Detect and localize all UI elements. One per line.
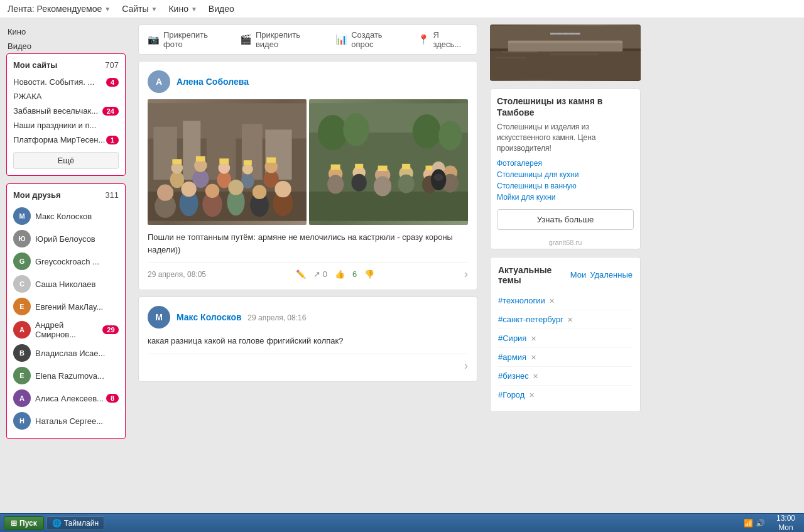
- friend-badge-5: 29: [102, 325, 119, 334]
- topic-remove-3[interactable]: ✕: [531, 354, 536, 361]
- post-footer-2: ›: [148, 354, 468, 372]
- friend-row-8[interactable]: А Алиса Алексеев... 8: [13, 387, 119, 410]
- site-badge-4: 1: [106, 136, 119, 144]
- svg-point-54: [351, 174, 366, 192]
- friend-row-9[interactable]: Н Наталья Сергее...: [13, 410, 119, 432]
- post-dislike-btn-1[interactable]: 👎: [364, 269, 374, 279]
- friend-info-3: С Саша Николаев: [13, 275, 95, 293]
- topic-remove-2[interactable]: ✕: [531, 335, 536, 342]
- svg-rect-19: [219, 158, 229, 163]
- topic-remove-5[interactable]: ✕: [529, 391, 535, 399]
- friend-info-0: М Макс Колосков: [13, 207, 92, 225]
- svg-point-35: [228, 180, 243, 195]
- ad-link-2[interactable]: Столешницы в ванную: [497, 182, 634, 190]
- site-item-3[interactable]: Наши праздники и п...: [13, 118, 119, 133]
- nav-video-label: Видео: [209, 4, 234, 14]
- create-poll-label: Создать опрос: [351, 30, 405, 49]
- topics-list: #технологии ✕#санкт-петербург ✕#Сирия ✕#…: [498, 291, 633, 404]
- sidebar-video-link[interactable]: Видео: [6, 39, 126, 53]
- svg-rect-61: [402, 164, 410, 169]
- topic-tag-4[interactable]: #бизнес ✕: [498, 369, 633, 383]
- my-sites-count: 707: [105, 60, 119, 70]
- ad-block: Столешницы из камня в Тамбове Столешницы…: [490, 89, 641, 249]
- topic-tag-3[interactable]: #армия ✕: [498, 350, 633, 364]
- friend-row-3[interactable]: С Саша Николаев: [13, 273, 119, 295]
- site-label-3: Наши праздники и п...: [13, 121, 96, 130]
- post-expand-btn-2[interactable]: ›: [464, 359, 468, 372]
- topic-row-1: #санкт-петербург ✕: [498, 310, 633, 329]
- post-author-avatar-1: А: [148, 70, 170, 93]
- ad-link-3[interactable]: Мойки для кухни: [497, 193, 634, 202]
- site-item-1[interactable]: РЖАКА: [13, 89, 119, 104]
- friend-row-0[interactable]: М Макс Колосков: [13, 205, 119, 227]
- topics-header: Актуальные темы Мои Удаленные: [498, 265, 633, 285]
- friend-row-1[interactable]: Ю Юрий Белоусов: [13, 227, 119, 250]
- attach-video-label: Прикрепить видео: [256, 30, 323, 49]
- friend-name-6: Владислав Исае...: [35, 349, 105, 358]
- topic-tag-0[interactable]: #технологии ✕: [498, 294, 633, 307]
- topic-tag-5[interactable]: #Город ✕: [498, 388, 633, 401]
- ad-button[interactable]: Узнать больше: [497, 209, 634, 230]
- site-item-2[interactable]: Забавный весельчак... 24: [13, 104, 119, 118]
- site-label-0: Новости. События. ...: [13, 77, 94, 87]
- ad-link-1[interactable]: Столешницы для кухни: [497, 170, 634, 179]
- topic-remove-4[interactable]: ✕: [533, 372, 538, 380]
- friend-info-7: E Elena Razumova...: [13, 367, 104, 384]
- nav-sites[interactable]: Сайты ▼: [122, 4, 157, 14]
- svg-rect-79: [508, 41, 622, 43]
- post-image-1b: [309, 99, 468, 225]
- topic-remove-0[interactable]: ✕: [549, 297, 555, 305]
- nav-feed-arrow: ▼: [104, 6, 111, 13]
- sidebar-kino-link[interactable]: Кино: [6, 24, 126, 39]
- my-friends-header: Мои друзья 311: [13, 190, 119, 200]
- svg-text:▬▬▬▬▬: ▬▬▬▬▬: [550, 29, 580, 36]
- post-author-name-2[interactable]: Макс Колосков: [177, 312, 242, 322]
- topics-deleted-link[interactable]: Удаленные: [590, 270, 633, 280]
- friend-row-5[interactable]: А Андрей Смирнов... 29: [13, 318, 119, 342]
- post-like-btn-1[interactable]: 👍: [335, 269, 345, 279]
- post-edit-btn-1[interactable]: ✏️: [296, 269, 306, 279]
- friend-name-8: Алиса Алексеев...: [35, 394, 104, 403]
- checkin-btn[interactable]: 📍 Я здесь...: [418, 30, 468, 49]
- post-share-btn-1[interactable]: ↗ 0: [313, 269, 327, 279]
- friend-name-2: Greycockroach ...: [35, 257, 99, 266]
- create-poll-btn[interactable]: 📊 Создать опрос: [335, 30, 405, 49]
- my-friends-count: 311: [105, 190, 119, 200]
- my-friends-box: Мои друзья 311 М Макс Колосков Ю Юрий Бе…: [6, 183, 126, 439]
- sites-more-button[interactable]: Ещё: [13, 152, 119, 169]
- site-label-4: Платформа МирТесен...: [13, 135, 105, 144]
- friend-row-7[interactable]: E Elena Razumova...: [13, 364, 119, 387]
- friend-info-9: Н Наталья Сергее...: [13, 412, 103, 430]
- friend-name-3: Саша Николаев: [35, 280, 95, 289]
- friend-info-1: Ю Юрий Белоусов: [13, 230, 95, 247]
- site-item-4[interactable]: Платформа МирТесен... 1: [13, 133, 119, 147]
- attach-photo-btn[interactable]: 📷 Прикрепить фото: [148, 30, 227, 49]
- post-date-1: 29 апреля, 08:05: [148, 270, 206, 279]
- site-item-0[interactable]: Новости. События. ... 4: [13, 75, 119, 89]
- topic-tag-1[interactable]: #санкт-петербург ✕: [498, 313, 633, 326]
- ad-link-0[interactable]: Фотогалерея: [497, 159, 634, 168]
- friend-row-6[interactable]: В Владислав Исае...: [13, 342, 119, 364]
- friend-name-7: Elena Razumova...: [35, 371, 104, 381]
- svg-rect-23: [244, 160, 252, 165]
- post-author-row-1: А Алена Соболева: [148, 70, 468, 93]
- svg-point-43: [343, 113, 369, 146]
- svg-point-37: [253, 185, 266, 199]
- svg-point-21: [242, 164, 253, 175]
- friend-name-4: Евгений МакЛау...: [35, 302, 103, 312]
- topic-remove-1[interactable]: ✕: [567, 316, 573, 323]
- nav-kino[interactable]: Кино ▼: [168, 4, 197, 14]
- nav-feed[interactable]: Лента: Рекомендуемое ▼: [8, 4, 111, 14]
- nav-video[interactable]: Видео: [209, 4, 234, 14]
- post-author-name-1[interactable]: Алена Соболева: [177, 77, 249, 87]
- topic-tag-2[interactable]: #Сирия ✕: [498, 332, 633, 345]
- friend-row-2[interactable]: G Greycockroach ...: [13, 250, 119, 273]
- post-expand-btn-1[interactable]: ›: [464, 268, 468, 281]
- topics-my-link[interactable]: Мои: [570, 270, 586, 280]
- site-label-2: Забавный весельчак...: [13, 106, 98, 116]
- topic-row-0: #технологии ✕: [498, 291, 633, 310]
- main-layout: Кино Видео Мои сайты 707 Новости. Событи…: [0, 18, 804, 453]
- attach-video-btn[interactable]: 🎬 Прикрепить видео: [240, 30, 323, 49]
- ad-content: Столешницы из камня в Тамбове Столешницы…: [491, 89, 640, 236]
- friend-row-4[interactable]: Е Евгений МакЛау...: [13, 295, 119, 318]
